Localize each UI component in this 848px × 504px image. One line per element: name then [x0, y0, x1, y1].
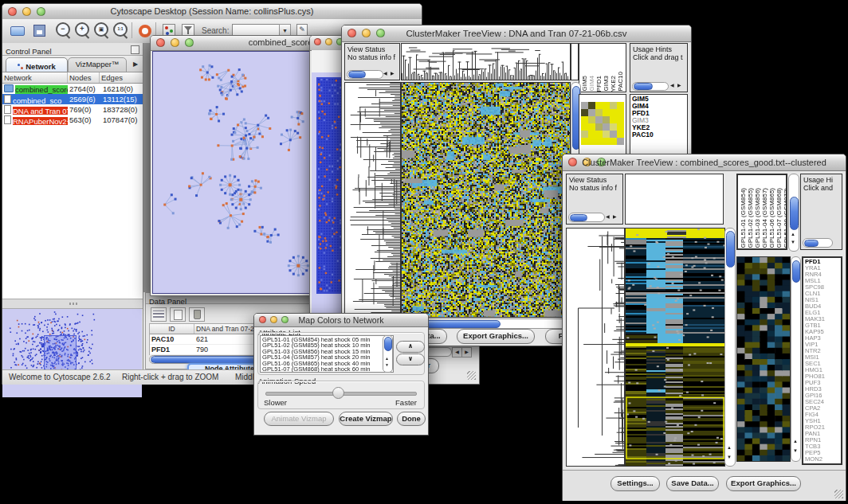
row-dendrogram-canvas[interactable] [566, 228, 625, 467]
column-labels-scrollbar[interactable]: ▲ ▼ [788, 174, 799, 252]
column-label[interactable]: PAC10 [617, 72, 624, 92]
column-label[interactable]: GIM5 [581, 76, 588, 92]
move-down-button[interactable]: ∨ [396, 354, 425, 365]
panel-splitter[interactable] [2, 299, 143, 309]
save-data-button[interactable]: Save Data... [666, 476, 719, 491]
attribute-listbox[interactable]: GPL51-01 (GSM854) heat shock 05 min GPL5… [260, 335, 394, 373]
heatmap-canvas[interactable] [625, 228, 725, 467]
column-label[interactable]: GIM4 [588, 76, 595, 92]
column-label[interactable]: GPL51-06 (GSM865) [768, 188, 775, 248]
summary-cell[interactable] [617, 138, 624, 145]
heatmap-canvas[interactable] [401, 82, 571, 318]
resize-grip[interactable] [834, 490, 843, 498]
summary-cell[interactable] [581, 138, 588, 145]
column-label[interactable]: GPL51-03 (GSM856) [754, 188, 761, 248]
zoom-fit-icon[interactable]: 1:1 [112, 21, 130, 39]
animate-vizmap-button[interactable]: Animate Vizmap [264, 412, 334, 426]
column-labels-panel[interactable]: GIM5 GIM4 PFD1 GIM3 YKE2 PAC10 [579, 43, 626, 92]
settings-button[interactable]: Settings... [610, 476, 660, 491]
network-table-header[interactable]: NetworkNodesEdges [2, 72, 143, 84]
usage-hints-scrollbar[interactable] [803, 238, 833, 248]
column-label[interactable]: GPL51-07 (GSM868) [775, 188, 783, 248]
create-vizmap-button[interactable]: Create Vizmap [339, 412, 393, 426]
status-hint-zoom: Right-click + drag to ZOOM [122, 373, 218, 381]
scroll-down-icon[interactable]: ▼ [385, 362, 389, 367]
gene-list-panel[interactable]: PFD1 YRA1 RNR4 MSL1 SPC98 CLN1 NIS1 BUD4… [802, 256, 842, 465]
move-up-button[interactable]: ∧ [396, 341, 425, 353]
usage-hints-scrollbar[interactable] [632, 82, 669, 91]
scroll-left-icon[interactable]: ◀ [383, 70, 387, 76]
scroll-right-icon[interactable]: ▶ [677, 82, 681, 88]
map-colors-dialog: Map Colors to Network Attribute List GPL… [253, 313, 429, 436]
network-table-row[interactable]: RNAPuberNov2+563(0)107847(0) [2, 115, 143, 125]
scroll-right-icon[interactable]: ▶ [391, 70, 395, 76]
scroll-up-icon[interactable]: ▲ [727, 445, 732, 450]
new-attribute-icon[interactable] [170, 307, 186, 322]
column-label[interactable]: GPL51-08 (GSM872) [783, 188, 786, 248]
tab-network[interactable]: Network [6, 57, 68, 72]
summary-cell[interactable] [595, 138, 603, 145]
attribute-list-item[interactable]: GPL51-07 (GSM868) heat shock 60 min [262, 366, 391, 372]
tab-overflow-icon[interactable]: ▶ [130, 59, 141, 69]
scroll-down-icon[interactable]: ▼ [727, 455, 732, 459]
column-label[interactable]: GPL51-04 (GSM857) [761, 188, 768, 248]
heatmap-vscrollbar[interactable]: ▲ ▼ [724, 228, 736, 467]
gene-label[interactable]: MON2 [805, 456, 841, 463]
scroll-down-icon[interactable]: ▼ [791, 240, 795, 244]
delete-attribute-icon[interactable] [189, 307, 205, 322]
scroll-left-icon[interactable]: ◀ [670, 82, 674, 88]
dialog-titlebar[interactable]: Map Colors to Network [254, 314, 428, 327]
summary-cell[interactable] [603, 138, 610, 145]
zoom-out-icon[interactable]: − [55, 21, 73, 39]
column-label[interactable]: GPL51-02 (GSM855) [747, 188, 754, 248]
scroll-up-icon[interactable]: ▲ [385, 356, 389, 361]
open-session-icon[interactable] [9, 21, 26, 39]
scroll-left-icon[interactable]: ◀ [606, 213, 610, 219]
column-label[interactable]: YKE2 [610, 76, 617, 92]
attribute-list-scrollbar[interactable]: ▲ ▼ [383, 335, 393, 373]
zoom-in-icon[interactable]: + [74, 21, 92, 39]
network-table-row[interactable]: DNA and Tran 07769(0)183728(0) [2, 104, 143, 115]
column-dendrogram-canvas[interactable] [401, 43, 571, 80]
column-label[interactable]: GPL51-01 (GSM854) [740, 188, 747, 248]
network-table-row[interactable]: combined_scores2764(0)16218(0) [2, 84, 143, 94]
animation-slider-thumb[interactable] [332, 387, 344, 399]
scroll-right-icon[interactable]: ▶ [461, 347, 472, 357]
export-graphics-button[interactable]: Export Graphics... [726, 476, 801, 491]
column-label[interactable]: PFD1 [595, 76, 603, 92]
dendrogram-scroll-strip[interactable] [571, 43, 579, 80]
summary-cell[interactable] [610, 138, 617, 145]
done-button[interactable]: Done [397, 412, 426, 426]
view-status-scrollbar[interactable] [568, 213, 605, 222]
close-icon[interactable] [314, 38, 321, 45]
column-labels-panel[interactable]: GPL51-01 (GSM854) GPL51-02 (GSM855) GPL5… [736, 174, 787, 250]
float-panel-icon[interactable] [131, 45, 139, 54]
resize-grip[interactable] [467, 371, 476, 380]
usage-hints-text: Click and [801, 184, 842, 192]
zoom-heatmap-scrollbar[interactable]: ▲ ▼ [791, 256, 801, 462]
tab-vizmapper[interactable]: VizMapper™ [68, 57, 127, 72]
treeview-dna-title: ClusterMaker TreeView : DNA and Tran 07-… [342, 29, 691, 38]
main-titlebar[interactable]: Cytoscape Desktop (Session Name: collins… [2, 4, 422, 20]
scroll-down-icon[interactable]: ▼ [793, 448, 798, 453]
save-session-icon[interactable] [31, 21, 49, 39]
row-dendrogram-canvas[interactable] [344, 82, 401, 318]
scroll-up-icon[interactable]: ▲ [793, 439, 798, 443]
zoom-heatmap-canvas[interactable] [736, 256, 791, 462]
scroll-up-icon[interactable]: ▲ [791, 232, 795, 236]
network-table-row[interactable]: combined_sco2569(6)13112(15) [2, 94, 143, 104]
minimize-icon[interactable] [325, 38, 332, 45]
zoom-selected-icon[interactable]: ▣ [93, 21, 111, 39]
summary-cell[interactable] [588, 138, 595, 145]
attribute-select-icon[interactable] [151, 307, 167, 322]
treeview-dna-titlebar[interactable]: ClusterMaker TreeView : DNA and Tran 07-… [342, 25, 691, 42]
gene-label[interactable]: PAC10 [632, 131, 687, 139]
export-graphics-button[interactable]: Export Graphics... [457, 329, 535, 344]
column-dendrogram-empty[interactable] [625, 174, 724, 225]
view-status-scrollbar[interactable] [347, 70, 383, 79]
scroll-right-icon[interactable]: ▶ [613, 213, 617, 219]
faster-label: Faster [395, 398, 417, 407]
column-label[interactable]: GIM3 [603, 76, 610, 92]
treeview-combined-titlebar[interactable]: ClusterMaker TreeView : combined_scores_… [563, 154, 846, 171]
view-status-panel: View Status No status info f ◀ ▶ [344, 43, 400, 80]
